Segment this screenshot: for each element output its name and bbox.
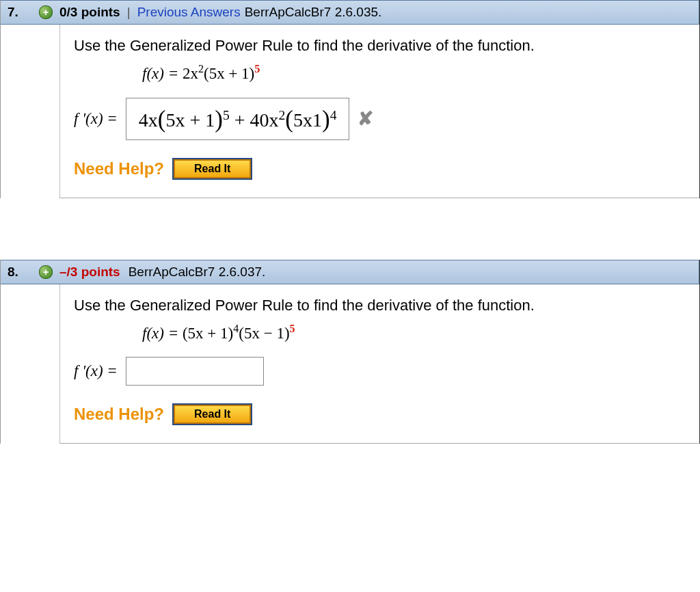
incorrect-icon: ✘ — [358, 107, 373, 130]
plus-icon[interactable]: + — [39, 265, 53, 279]
func-lhs: f(x) = — [142, 324, 183, 341]
answer-row: f '(x) = — [74, 357, 686, 386]
sup-5: 5 — [254, 63, 260, 75]
plus-icon[interactable]: + — [39, 5, 53, 19]
question-header: 8. + –/3 points BerrApCalcBr7 2.6.037. — [1, 260, 699, 284]
deriv-lhs: f '(x) = — [74, 110, 118, 128]
answer-row: f '(x) = 4x(5x + 1)5 + 40x2(5x1)4 ✘ — [74, 98, 686, 140]
sup-2: 2 — [198, 63, 204, 75]
sup-5: 5 — [290, 323, 295, 334]
question-number: 7. — [8, 5, 35, 20]
question-prompt: Use the Generalized Power Rule to find t… — [74, 37, 686, 55]
answer-input[interactable] — [126, 357, 264, 386]
question-header: 7. + 0/3 points | Previous Answers BerrA… — [1, 0, 699, 25]
separator: | — [127, 5, 131, 20]
points-label: –/3 points — [59, 265, 120, 280]
func-lhs: f(x) = — [142, 65, 183, 82]
need-help-label: Need Help? — [74, 159, 164, 178]
factor-2: (5x − 1) — [239, 324, 289, 341]
func-factor: (5x + 1) — [204, 65, 254, 82]
question-body: Use the Generalized Power Rule to find t… — [59, 284, 699, 444]
answer-box[interactable]: 4x(5x + 1)5 + 40x2(5x1)4 — [126, 98, 350, 140]
func-coeff: 2x — [183, 65, 198, 82]
question-7: 7. + 0/3 points | Previous Answers BerrA… — [0, 0, 700, 198]
question-ref: BerrApCalcBr7 2.6.037. — [129, 265, 266, 280]
deriv-lhs: f '(x) = — [74, 362, 118, 380]
read-it-button[interactable]: Read It — [174, 159, 251, 178]
question-body: Use the Generalized Power Rule to find t… — [59, 25, 699, 198]
read-it-button[interactable]: Read It — [174, 405, 251, 424]
need-help-row: Need Help? Read It — [74, 405, 686, 424]
points-label: 0/3 points — [59, 5, 120, 20]
function-definition: f(x) = 2x2(5x + 1)5 — [142, 63, 686, 83]
need-help-label: Need Help? — [74, 405, 164, 424]
question-number: 8. — [8, 265, 35, 280]
previous-answers-link[interactable]: Previous Answers — [137, 5, 241, 20]
need-help-row: Need Help? Read It — [74, 159, 686, 178]
question-8: 8. + –/3 points BerrApCalcBr7 2.6.037. U… — [0, 260, 700, 444]
question-prompt: Use the Generalized Power Rule to find t… — [74, 297, 686, 314]
question-ref: BerrApCalcBr7 2.6.035. — [245, 5, 382, 20]
factor-1: (5x + 1) — [183, 324, 233, 341]
function-definition: f(x) = (5x + 1)4(5x − 1)5 — [142, 323, 686, 342]
